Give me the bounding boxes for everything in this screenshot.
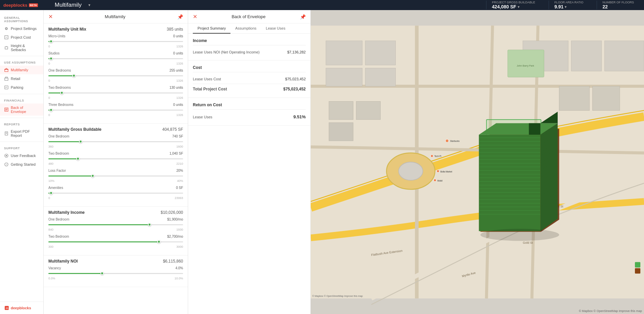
- sidebar-item-height-setbacks[interactable]: Height & Setbacks: [0, 42, 43, 54]
- sidebar-item-multifamily[interactable]: Multifamily: [0, 66, 43, 74]
- bottom-logo-icon: db: [4, 305, 9, 311]
- boe-return-title: Return on Cost: [193, 103, 306, 110]
- svg-rect-6: [5, 78, 8, 80]
- svg-rect-31: [326, 68, 362, 86]
- svg-rect-35: [605, 41, 644, 71]
- vacancy-slider[interactable]: [48, 271, 183, 276]
- two-bed-label: Two Bedrooms: [48, 86, 71, 89]
- studios-slider[interactable]: [48, 56, 183, 61]
- metric-gross-buildable-label: Project Gross Buildable: [492, 1, 535, 4]
- loss-factor-label: Loss Factor: [48, 169, 66, 172]
- amenities-slider[interactable]: [48, 190, 183, 196]
- svg-text:Mobil: Mobil: [437, 180, 442, 182]
- gb-two-bed-slider[interactable]: [48, 156, 183, 161]
- income-sliders-section: Multifamily Income $10,026,000 One Bedro…: [44, 207, 188, 256]
- three-bed-slider[interactable]: [48, 107, 183, 113]
- loss-factor-max: 40%: [177, 179, 183, 183]
- boe-close-button[interactable]: ✕: [193, 13, 197, 20]
- tab-project-summary[interactable]: Project Summary: [193, 24, 230, 34]
- income-sliders-total: $10,026,000: [161, 210, 183, 215]
- sidebar-label-parking: Parking: [11, 85, 23, 89]
- boe-cost-section: Cost Lease Uses Cost $75,023,452 Total P…: [188, 61, 310, 98]
- sidebar-item-export-pdf[interactable]: Export PDF Report: [0, 127, 43, 140]
- income-two-bed-slider[interactable]: [48, 239, 183, 244]
- income-two-bed-min: 300: [48, 245, 53, 248]
- unit-mix-total: 385 units: [167, 27, 183, 32]
- reports-title: REPORTS: [0, 120, 43, 127]
- gb-two-bed-label: Two Bedroom: [48, 152, 69, 155]
- one-bed-slider[interactable]: [48, 73, 183, 78]
- boe-panel: ✕ Back of Envelope 📌 Project Summary Ass…: [188, 10, 311, 314]
- boe-pin-button[interactable]: 📌: [300, 14, 306, 19]
- general-assumptions-section: GENERAL ASSUMPTIONS ⚙ Project Settings P…: [0, 13, 43, 54]
- sidebar-label-project-cost: Project Cost: [11, 35, 31, 39]
- micro-units-value: 0 units: [173, 34, 183, 38]
- metric-floors-value: 22: [602, 4, 634, 9]
- metric-far-label: Floor Area Ratio: [554, 1, 583, 4]
- gb-one-bed-label: One Bedroom: [48, 134, 69, 138]
- income-two-bed-row: Two Bedroom $2,700/mo 300 3000: [48, 235, 183, 248]
- studios-row: Studios 0 units 0 1326: [48, 51, 183, 65]
- svg-rect-42: [593, 86, 620, 111]
- bottom-logo-text: deepblocks: [11, 306, 31, 310]
- metric-far-value[interactable]: 9.91 ▾: [554, 4, 583, 9]
- gb-one-bed-slider[interactable]: [48, 139, 183, 144]
- loss-factor-value: 20%: [176, 169, 183, 172]
- sidebar-label-multifamily: Multifamily: [11, 68, 28, 72]
- gb-two-bed-min: 480: [48, 162, 53, 165]
- noi-total: $6,115,860: [163, 259, 183, 264]
- gross-buildable-dropdown-icon[interactable]: ▾: [518, 5, 519, 9]
- sidebar-item-parking[interactable]: P Parking: [0, 83, 43, 92]
- micro-units-slider[interactable]: [48, 39, 183, 44]
- metric-gross-buildable-value[interactable]: 424,080 SF ▾: [492, 4, 535, 9]
- gb-two-bed-row: Two Bedroom 1,040 SF 480 2210: [48, 152, 183, 165]
- sidebar-item-project-settings[interactable]: ⚙ Project Settings: [0, 24, 43, 33]
- support-title: SUPPORT: [0, 144, 43, 151]
- income-one-bed-slider[interactable]: [48, 222, 183, 227]
- tab-assumptions[interactable]: Assumptions: [230, 24, 261, 34]
- gross-buildable-total: 404,875 SF: [162, 127, 183, 132]
- sidebar-item-feedback[interactable]: User Feedback: [0, 151, 43, 160]
- project-title[interactable]: Multifamily: [55, 2, 82, 8]
- sidebar-item-getting-started[interactable]: ? Getting Started: [0, 160, 43, 169]
- income-two-bed-max: 3000: [176, 245, 183, 248]
- pdf-icon: [4, 131, 9, 136]
- three-bed-max: 1326: [176, 113, 183, 117]
- map-panel[interactable]: John Barry Park Starbucks Tech Pl Bolla …: [311, 10, 644, 314]
- svg-text:P: P: [6, 86, 7, 89]
- boe-cost-row-0: Lease Uses Cost $75,023,452: [193, 76, 306, 82]
- financials-section: FINANCIALS Back of Envelope: [0, 96, 43, 116]
- amenities-row: Amenities 0 SF 0 23993: [48, 186, 183, 200]
- three-bed-label: Three Bedrooms: [48, 103, 73, 107]
- gb-one-bed-row: One Bedroom 740 SF 360 1600: [48, 134, 183, 148]
- far-dropdown-icon[interactable]: ▾: [565, 5, 566, 9]
- settings-icon: ⚙: [4, 26, 9, 31]
- sidebar-item-retail[interactable]: Retail: [0, 74, 43, 83]
- loss-factor-slider[interactable]: [48, 173, 183, 179]
- topbar: deepblocks BETA Multifamily ▾ Project Gr…: [0, 0, 644, 10]
- multifamily-close-button[interactable]: ✕: [48, 13, 53, 20]
- micro-units-label: Micro-Units: [48, 34, 66, 38]
- feedback-icon: [4, 153, 9, 158]
- two-bed-slider[interactable]: [48, 90, 183, 95]
- gb-one-bed-min: 360: [48, 145, 53, 148]
- multifamily-pin-button[interactable]: 📌: [177, 14, 183, 19]
- boe-cost-value-0: $75,023,452: [285, 77, 306, 81]
- sidebar-item-project-cost[interactable]: Project Cost: [0, 33, 43, 42]
- beta-badge: BETA: [29, 3, 38, 7]
- svg-rect-36: [508, 50, 544, 77]
- boe-total-cost-value: $75,023,452: [283, 87, 306, 91]
- project-dropdown-icon[interactable]: ▾: [88, 3, 90, 7]
- sidebar-item-boe[interactable]: Back of Envelope: [0, 104, 43, 116]
- three-bed-row: Three Bedrooms 0 units 0 1326: [48, 103, 183, 117]
- unit-mix-section: Multifamily Unit Mix 385 units Micro-Uni…: [44, 24, 188, 124]
- tab-lease-uses[interactable]: Lease Uses: [261, 24, 290, 34]
- one-bed-max: 1326: [176, 79, 183, 82]
- boe-income-label-0: Lease Uses NOI (Net Operating Income): [193, 50, 260, 54]
- sidebar-label-feedback: User Feedback: [11, 154, 36, 158]
- svg-text:Tech Pl: Tech Pl: [434, 155, 441, 157]
- micro-units-max: 1326: [176, 45, 183, 48]
- loss-factor-row: Loss Factor 20% 10% 40%: [48, 169, 183, 183]
- sidebar-label-boe: Back of Envelope: [11, 106, 39, 114]
- one-bed-row: One Bedrooms 255 units 0 1326: [48, 69, 183, 82]
